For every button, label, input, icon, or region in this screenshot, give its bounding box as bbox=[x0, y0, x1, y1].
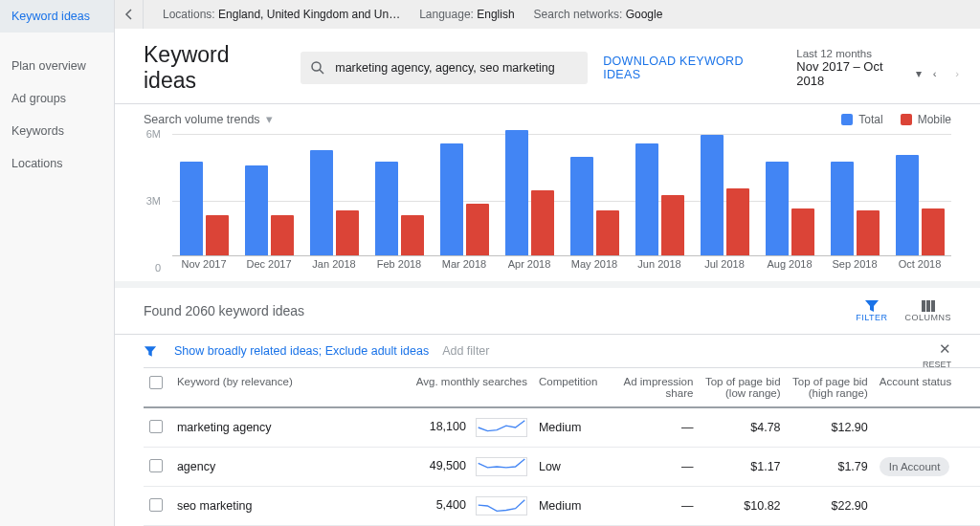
cell-competition: Medium bbox=[533, 407, 616, 448]
page-title: Keyword ideas bbox=[144, 42, 285, 94]
context-locations[interactable]: Locations: England, United Kingdom and U… bbox=[163, 8, 400, 21]
svg-rect-2 bbox=[922, 300, 925, 312]
context-bar: Locations: England, United Kingdom and U… bbox=[115, 0, 980, 29]
bar-group bbox=[888, 155, 951, 255]
add-filter-button[interactable]: Add filter bbox=[442, 344, 489, 358]
bar-group bbox=[693, 135, 756, 255]
chevron-down-icon[interactable]: ▾ bbox=[916, 67, 922, 80]
back-icon[interactable] bbox=[115, 0, 144, 29]
download-keyword-ideas-button[interactable]: DOWNLOAD KEYWORD IDEAS bbox=[603, 55, 781, 81]
bar-mobile bbox=[596, 210, 619, 255]
search-input[interactable]: marketing agency, agency, seo marketing bbox=[301, 52, 588, 84]
search-icon bbox=[310, 60, 325, 76]
cell-bid-low: $4.78 bbox=[699, 407, 786, 448]
y-tick-label: 6M bbox=[138, 128, 161, 140]
sidebar-item-keywords[interactable]: Keywords bbox=[0, 115, 114, 147]
x-tick-label: Sep 2018 bbox=[823, 258, 886, 275]
close-icon[interactable]: ✕ bbox=[939, 340, 951, 358]
row-checkbox[interactable] bbox=[149, 498, 163, 512]
cell-keyword: marketing agency bbox=[171, 407, 395, 448]
table-row[interactable]: seo marketing5,400Medium—$10.82$22.90 bbox=[144, 487, 980, 526]
y-tick-label: 3M bbox=[138, 195, 161, 207]
bar-total bbox=[635, 143, 658, 255]
col-bid-low[interactable]: Top of page bid (low range) bbox=[699, 368, 786, 408]
bar-total bbox=[831, 162, 854, 255]
sparkline bbox=[476, 496, 527, 515]
search-volume-chart: 03M6M Nov 2017Dec 2017Jan 2018Feb 2018Ma… bbox=[144, 134, 951, 275]
cell-avg-searches: 18,100 bbox=[394, 407, 533, 448]
filter-icon bbox=[864, 299, 880, 313]
bar-total bbox=[570, 157, 593, 255]
bar-total bbox=[440, 143, 463, 255]
bar-group bbox=[563, 157, 626, 255]
header: Keyword ideas marketing agency, agency, … bbox=[115, 29, 980, 103]
bar-mobile bbox=[726, 188, 749, 255]
sparkline bbox=[476, 418, 527, 437]
col-avg-searches[interactable]: Avg. monthly searches bbox=[394, 368, 533, 408]
bar-mobile bbox=[271, 215, 294, 255]
col-account-status[interactable]: Account status bbox=[874, 368, 980, 408]
bar-total bbox=[245, 165, 268, 254]
cell-bid-high: $22.90 bbox=[787, 487, 874, 526]
filter-button[interactable]: FILTER bbox=[856, 299, 887, 322]
cell-bid-low: $10.82 bbox=[699, 487, 786, 526]
bar-group bbox=[498, 130, 561, 255]
cell-impression-share: — bbox=[616, 407, 700, 448]
bar-mobile bbox=[336, 210, 359, 255]
reset-filters-button[interactable]: RESET bbox=[923, 360, 951, 369]
bar-total bbox=[896, 155, 919, 255]
context-language[interactable]: Language: English bbox=[419, 8, 514, 21]
table-row[interactable]: agency49,500Low—$1.17$1.79In Account bbox=[144, 448, 980, 487]
date-range-picker[interactable]: Last 12 months Nov 2017 – Oct 2018 ▾ ‹ › bbox=[796, 48, 967, 88]
bar-mobile bbox=[857, 210, 880, 255]
date-range-value: Nov 2017 – Oct 2018 bbox=[796, 59, 912, 88]
cell-bid-low: $1.17 bbox=[699, 448, 786, 487]
columns-icon bbox=[921, 299, 936, 313]
sidebar-item-locations[interactable]: Locations bbox=[0, 147, 114, 180]
x-tick-label: Jan 2018 bbox=[302, 258, 366, 275]
bar-mobile bbox=[791, 208, 814, 255]
chart-legend: Total Mobile bbox=[841, 113, 951, 126]
x-tick-label: Feb 2018 bbox=[368, 258, 431, 275]
col-competition[interactable]: Competition bbox=[533, 368, 616, 408]
x-tick-label: Mar 2018 bbox=[433, 258, 496, 275]
col-bid-high[interactable]: Top of page bid (high range) bbox=[787, 368, 874, 408]
bar-total bbox=[310, 150, 333, 255]
chart-dropdown-label: Search volume trends bbox=[144, 113, 260, 126]
x-tick-label: Nov 2017 bbox=[172, 258, 235, 275]
bar-group bbox=[368, 162, 431, 255]
date-prev-button[interactable]: ‹ bbox=[925, 68, 945, 79]
cell-impression-share: — bbox=[616, 487, 700, 526]
bar-group bbox=[433, 143, 496, 255]
col-impression-share[interactable]: Ad impression share bbox=[616, 368, 700, 408]
sidebar-item-keyword-ideas[interactable]: Keyword ideas bbox=[0, 0, 114, 33]
results-count: Found 2060 keyword ideas bbox=[144, 303, 304, 318]
col-keyword[interactable]: Keyword (by relevance) bbox=[171, 368, 395, 408]
columns-button[interactable]: COLUMNS bbox=[904, 299, 951, 322]
x-tick-label: Jun 2018 bbox=[628, 258, 691, 275]
search-value: marketing agency, agency, seo marketing bbox=[335, 61, 555, 75]
sparkline bbox=[476, 457, 527, 476]
cell-status: In Account bbox=[874, 448, 980, 487]
row-checkbox[interactable] bbox=[149, 459, 163, 472]
cell-impression-share: — bbox=[616, 448, 700, 487]
y-tick-label: 0 bbox=[138, 262, 161, 274]
filter-pill[interactable]: Show broadly related ideas; Exclude adul… bbox=[174, 344, 429, 358]
cell-status bbox=[874, 487, 980, 526]
select-all-checkbox[interactable] bbox=[149, 376, 163, 389]
sidebar: Keyword ideas Plan overview Ad groups Ke… bbox=[0, 0, 115, 526]
cell-bid-high: $1.79 bbox=[787, 448, 874, 487]
table-row[interactable]: marketing agency18,100Medium—$4.78$12.90 bbox=[144, 407, 980, 448]
x-tick-label: May 2018 bbox=[563, 258, 626, 275]
x-tick-label: Jul 2018 bbox=[693, 258, 756, 275]
svg-rect-4 bbox=[931, 300, 935, 312]
context-networks[interactable]: Search networks: Google bbox=[534, 8, 663, 21]
date-next-button[interactable]: › bbox=[947, 68, 967, 79]
bar-group bbox=[237, 165, 301, 254]
bar-total bbox=[375, 162, 398, 255]
sidebar-item-plan-overview[interactable]: Plan overview bbox=[0, 50, 114, 82]
row-checkbox[interactable] bbox=[149, 420, 163, 433]
cell-keyword: agency bbox=[171, 448, 395, 487]
sidebar-item-ad-groups[interactable]: Ad groups bbox=[0, 82, 114, 115]
chevron-down-icon: ▾ bbox=[266, 112, 273, 126]
